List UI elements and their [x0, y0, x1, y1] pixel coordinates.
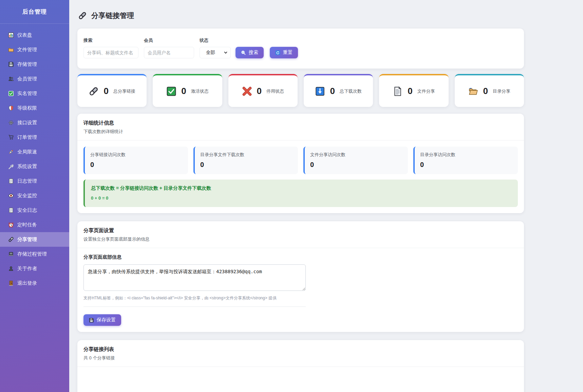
sidebar-item-storage[interactable]: 存储管理 — [0, 57, 69, 72]
sidebar-item-label: 会员管理 — [17, 76, 37, 82]
stat-value: 0 — [257, 86, 262, 96]
sidebar-item-label: 系统设置 — [17, 163, 37, 170]
refresh-icon — [275, 50, 280, 55]
sidebar-item-label: 等级权限 — [17, 105, 37, 111]
section-subtitle: 共 0 个分享链接 — [83, 355, 518, 361]
form-divider — [83, 306, 306, 307]
sidebar-item-label: 退出登录 — [17, 280, 37, 286]
sidebar-item-realname[interactable]: 实名管理 — [0, 86, 69, 101]
dashboard-icon — [8, 32, 14, 38]
footer-info-label: 分享页面底部信息 — [83, 254, 518, 260]
search-button[interactable]: 搜索 — [236, 47, 264, 58]
member-field-group: 会员 — [144, 37, 194, 58]
footer-info-help: 支持HTML标签，例如：<i class="fas fa-shield-alt"… — [83, 295, 306, 301]
stat-value: 0 — [483, 86, 488, 96]
footer-info-textarea[interactable]: 急速分享，由快传系统提供支持，举报与投诉请发送邮箱至：423889236@qq.… — [83, 264, 306, 291]
save-settings-button[interactable]: 保存设置 — [83, 314, 121, 326]
sidebar-item-logout[interactable]: 退出登录 — [0, 276, 69, 291]
section-title: 分享链接列表 — [83, 346, 518, 353]
sidebar-menu: 仪表盘 文件管理 存储管理 会员管理 实名管理 等级权限 接口设置 — [0, 24, 69, 291]
sidebar-item-label: 日志管理 — [17, 178, 37, 184]
download-icon — [315, 86, 325, 96]
section-subtitle: 设置独立分享页面底部显示的信息 — [83, 236, 518, 242]
app-title: 后台管理 — [0, 0, 69, 24]
stat-label: 激活状态 — [191, 88, 209, 94]
sidebar-item-label: 存储管理 — [17, 61, 37, 68]
sidebar-item-label: 关于作者 — [17, 265, 37, 272]
stat-card-disabled: 0 停用状态 — [228, 74, 298, 107]
floppy-icon — [8, 61, 14, 67]
check-square-icon — [8, 91, 14, 96]
sidebar-item-share[interactable]: 分享管理 — [0, 232, 69, 247]
sidebar-item-speed-limit[interactable]: 全局限速 — [0, 145, 69, 159]
stat-value: 0 — [408, 86, 412, 96]
status-field-group: 状态 全部 — [200, 37, 231, 58]
alarm-clock-icon — [8, 222, 14, 228]
sidebar-item-stored-procedures[interactable]: 存储过程管理 — [0, 247, 69, 261]
sidebar-item-label: 实名管理 — [17, 90, 37, 97]
share-list-header: 分享链接列表 共 0 个分享链接 — [77, 340, 524, 367]
status-select[interactable]: 全部 — [200, 47, 231, 58]
sidebar-item-api-settings[interactable]: 接口设置 — [0, 115, 69, 130]
status-select-value: 全部 — [206, 50, 215, 56]
stat-box-share-visits: 分享链接访问次数 0 — [83, 147, 188, 174]
sidebar-item-label: 全局限速 — [17, 149, 37, 155]
link-icon — [89, 86, 99, 96]
log-icon — [8, 207, 14, 213]
sidebar-item-label: 接口设置 — [17, 119, 37, 126]
reset-button[interactable]: 重置 — [270, 47, 298, 58]
users-icon — [8, 76, 14, 82]
section-title: 详细统计信息 — [83, 120, 518, 126]
share-page-settings-header: 分享页面设置 设置独立分享页面底部显示的信息 — [77, 221, 524, 248]
formula-box: 总下载次数 = 分享链接访问次数 + 目录分享文件下载次数 0 + 0 = 0 — [83, 180, 518, 207]
stat-label: 文件分享 — [417, 88, 435, 94]
eye-icon — [8, 193, 14, 199]
sidebar-item-dashboard[interactable]: 仪表盘 — [0, 28, 69, 42]
member-label: 会员 — [144, 37, 194, 43]
stat-value: 0 — [330, 86, 335, 96]
sidebar-item-security-logs[interactable]: 安全日志 — [0, 203, 69, 218]
sidebar-item-label: 仪表盘 — [17, 32, 32, 38]
sidebar-item-about-author[interactable]: 关于作者 — [0, 261, 69, 276]
rocket-icon — [8, 149, 14, 155]
cart-icon — [8, 134, 14, 140]
link-icon — [8, 237, 14, 242]
cross-icon — [242, 86, 252, 96]
sidebar-item-level-permissions[interactable]: 等级权限 — [0, 101, 69, 115]
stat-box-dir-share-visits: 目录分享访问次数 0 — [413, 147, 518, 174]
shield-icon — [8, 105, 14, 111]
search-input[interactable] — [83, 47, 138, 58]
stat-card-active: 0 激活状态 — [153, 74, 222, 107]
stat-value: 0 — [181, 86, 186, 96]
link-icon — [78, 11, 87, 20]
page-title: 分享链接管理 — [91, 11, 134, 20]
sidebar-item-cron-tasks[interactable]: 定时任务 — [0, 218, 69, 232]
file-icon — [393, 86, 403, 96]
sidebar-item-label: 安全监控 — [17, 192, 37, 199]
share-list-body — [77, 367, 524, 379]
laptop-icon — [8, 251, 14, 257]
sidebar: 后台管理 仪表盘 文件管理 存储管理 会员管理 实名管理 等级权限 — [0, 0, 69, 392]
search-icon — [241, 50, 246, 55]
status-label: 状态 — [200, 37, 231, 43]
sidebar-item-files[interactable]: 文件管理 — [0, 42, 69, 57]
share-list-card: 分享链接列表 共 0 个分享链接 — [77, 340, 524, 392]
filter-card: 搜索 会员 状态 全部 搜索 重置 — [77, 29, 524, 69]
member-input[interactable] — [144, 47, 194, 58]
sidebar-item-system-settings[interactable]: 系统设置 — [0, 159, 69, 174]
filter-buttons: 搜索 重置 — [236, 47, 298, 58]
detail-stats-card: 详细统计信息 下载次数的详细统计 分享链接访问次数 0 目录分享文件下载次数 0… — [77, 114, 524, 213]
stat-card-file-shares: 0 文件分享 — [379, 74, 448, 107]
sidebar-item-logs[interactable]: 日志管理 — [0, 174, 69, 188]
sidebar-item-orders[interactable]: 订单管理 — [0, 130, 69, 145]
wrench-icon — [8, 164, 14, 169]
door-icon — [8, 280, 14, 286]
page-header: 分享链接管理 — [78, 11, 524, 20]
stat-value: 0 — [104, 86, 108, 96]
stat-label: 总下载次数 — [340, 88, 362, 94]
main-content: 分享链接管理 搜索 会员 状态 全部 搜索 重置 — [69, 0, 583, 392]
sidebar-item-members[interactable]: 会员管理 — [0, 72, 69, 86]
person-icon — [8, 266, 14, 272]
sidebar-item-label: 分享管理 — [17, 236, 37, 243]
sidebar-item-security-monitor[interactable]: 安全监控 — [0, 188, 69, 203]
